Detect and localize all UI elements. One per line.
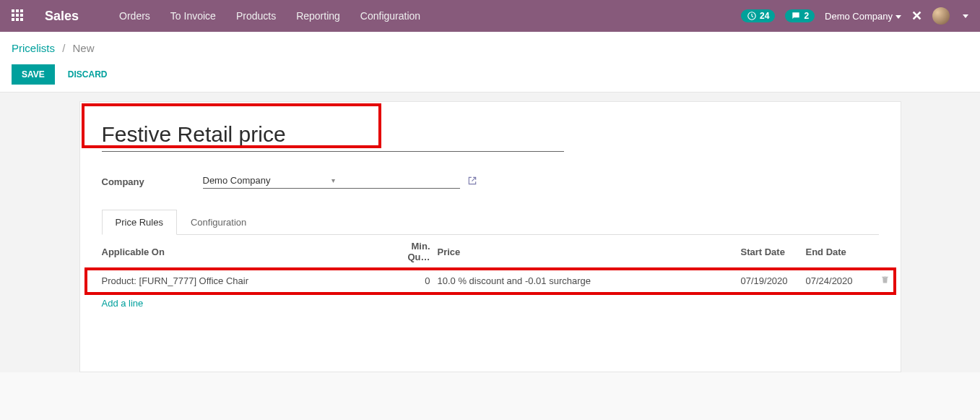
tabs: Price Rules Configuration xyxy=(102,209,879,235)
breadcrumb-current: New xyxy=(73,42,95,54)
tab-configuration[interactable]: Configuration xyxy=(177,210,260,235)
nav-right: 24 2 Demo Company ✕ xyxy=(741,7,968,25)
menu-to-invoice[interactable]: To Invoice xyxy=(162,6,225,26)
company-row: Company Demo Company ▾ xyxy=(102,175,879,189)
chevron-down-icon xyxy=(896,15,901,19)
messages-count: 2 xyxy=(804,11,809,21)
menu-orders[interactable]: Orders xyxy=(110,6,159,26)
cell-min-qty: 0 xyxy=(387,275,438,286)
company-selector[interactable]: Demo Company xyxy=(825,11,901,22)
pricelist-name-input[interactable] xyxy=(102,119,564,152)
cell-start: 07/19/2020 xyxy=(741,275,806,286)
clock-icon xyxy=(747,11,757,21)
messages-badge[interactable]: 2 xyxy=(785,9,815,22)
menu-products[interactable]: Products xyxy=(227,6,285,26)
user-avatar[interactable] xyxy=(932,7,950,25)
activity-badge[interactable]: 24 xyxy=(741,9,775,22)
col-min-qty: Min. Qu… xyxy=(387,241,438,262)
chat-icon xyxy=(791,11,801,21)
action-buttons: SAVE DISCARD xyxy=(12,64,968,85)
chevron-down-icon[interactable] xyxy=(963,14,968,18)
company-field[interactable]: Demo Company ▾ xyxy=(203,175,460,189)
table-header: Applicable On Min. Qu… Price Start Date … xyxy=(102,235,879,269)
cell-applicable: Product: [FURN_7777] Office Chair xyxy=(102,275,387,286)
table-row[interactable]: Product: [FURN_7777] Office Chair 0 10.0… xyxy=(102,269,879,293)
delete-row-icon[interactable] xyxy=(875,275,896,286)
breadcrumb: Pricelists / New xyxy=(12,42,968,54)
activity-count: 24 xyxy=(760,11,769,21)
top-navbar: Sales Orders To Invoice Products Reporti… xyxy=(0,0,980,32)
company-value: Demo Company xyxy=(203,175,331,186)
col-start: Start Date xyxy=(741,247,806,257)
add-line-link[interactable]: Add a line xyxy=(102,293,879,314)
price-rules-table: Applicable On Min. Qu… Price Start Date … xyxy=(102,235,879,314)
col-end: End Date xyxy=(806,247,875,257)
company-label: Company xyxy=(102,176,203,187)
chevron-down-icon[interactable]: ▾ xyxy=(331,176,460,184)
breadcrumb-parent[interactable]: Pricelists xyxy=(12,42,55,54)
form-sheet: Company Demo Company ▾ Price Rules Confi… xyxy=(79,101,901,372)
col-applicable: Applicable On xyxy=(102,247,387,257)
menu-configuration[interactable]: Configuration xyxy=(352,6,429,26)
debug-close-icon[interactable]: ✕ xyxy=(911,8,922,24)
apps-icon[interactable] xyxy=(12,9,25,22)
external-link-icon[interactable] xyxy=(467,176,477,188)
col-price: Price xyxy=(438,247,741,257)
control-panel: Pricelists / New SAVE DISCARD xyxy=(0,32,980,93)
cell-price: 10.0 % discount and -0.01 surcharge xyxy=(438,275,741,286)
main-menu: Orders To Invoice Products Reporting Con… xyxy=(110,6,429,26)
tab-price-rules[interactable]: Price Rules xyxy=(102,210,177,235)
menu-reporting[interactable]: Reporting xyxy=(287,6,349,26)
cell-end: 07/24/2020 xyxy=(806,275,875,286)
sheet-container: Company Demo Company ▾ Price Rules Confi… xyxy=(0,93,980,372)
title-wrap xyxy=(102,119,564,152)
discard-button[interactable]: DISCARD xyxy=(68,69,108,80)
brand-title[interactable]: Sales xyxy=(45,9,79,24)
save-button[interactable]: SAVE xyxy=(12,64,55,85)
